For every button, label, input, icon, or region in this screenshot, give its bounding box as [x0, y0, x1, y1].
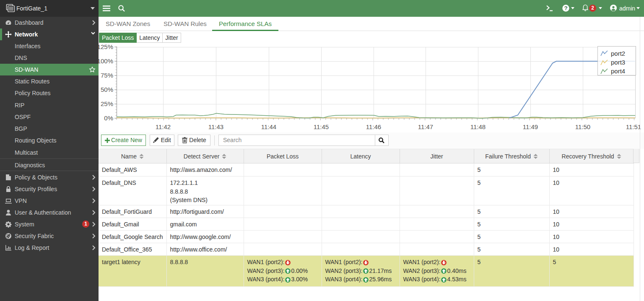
svg-text:25%: 25% [101, 100, 113, 107]
svg-text:100%: 100% [99, 57, 113, 65]
svg-text:125%: 125% [99, 44, 113, 50]
svg-text:11:47: 11:47 [418, 123, 433, 130]
svg-text:port2: port2 [611, 50, 625, 57]
svg-text:11:49: 11:49 [523, 123, 538, 130]
svg-text:11:48: 11:48 [470, 123, 486, 130]
svg-text:11:43: 11:43 [208, 123, 223, 130]
svg-text:11:51: 11:51 [626, 123, 641, 130]
svg-text:?: ? [564, 5, 567, 11]
svg-text:75%: 75% [101, 72, 113, 79]
svg-text:11:45: 11:45 [314, 123, 329, 130]
svg-text:port4: port4 [611, 67, 625, 75]
svg-text:port3: port3 [611, 59, 625, 66]
svg-text:11:50: 11:50 [575, 123, 590, 130]
svg-text:11:46: 11:46 [366, 123, 381, 130]
svg-text:0%: 0% [104, 114, 113, 122]
svg-text:11:42: 11:42 [156, 123, 171, 130]
svg-text:50%: 50% [101, 86, 113, 93]
svg-text:11:44: 11:44 [261, 123, 276, 130]
